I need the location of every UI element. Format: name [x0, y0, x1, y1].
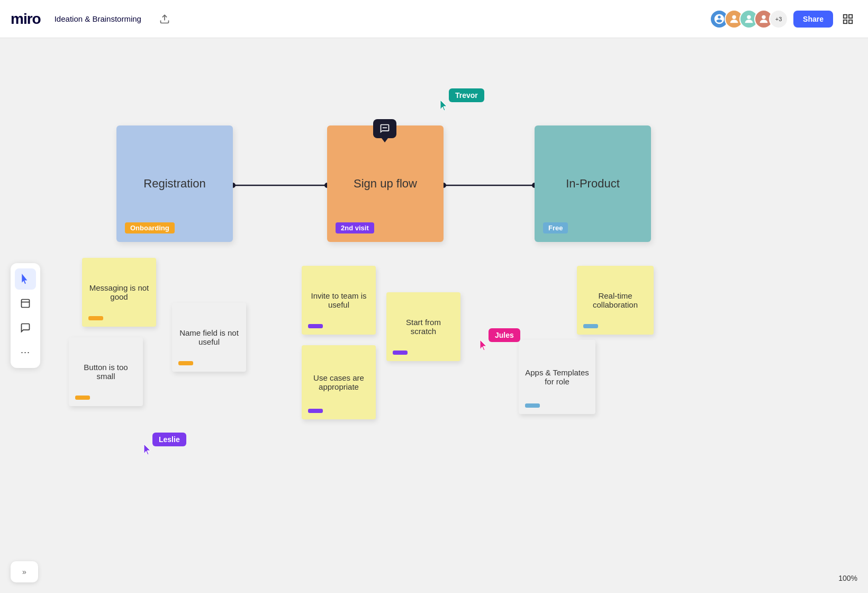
canvas[interactable]: ··· Registration Onboarding Sign up flow…: [0, 38, 868, 593]
badge-onboarding: Onboarding: [125, 222, 175, 233]
cursor-label-jules: Jules: [489, 328, 520, 342]
flow-card-registration[interactable]: Registration Onboarding: [116, 125, 233, 242]
chat-bubble-icon[interactable]: [373, 119, 396, 138]
sticky-note-tool[interactable]: [15, 293, 36, 314]
flow-card-inproduct[interactable]: In-Product Free: [535, 125, 651, 242]
sticky-use-cases[interactable]: Use cases are appropriate: [302, 345, 376, 419]
flow-card-label: In-Product: [566, 177, 620, 191]
sticky-text: Button is too small: [75, 363, 137, 381]
svg-rect-5: [849, 14, 852, 17]
sticky-start-scratch[interactable]: Start from scratch: [386, 292, 460, 361]
sticky-text: Real-time collaboration: [583, 291, 647, 309]
sticky-invite[interactable]: Invite to team is useful: [302, 266, 376, 335]
sticky-tag: [88, 316, 103, 320]
flow-card-label: Registration: [143, 177, 205, 191]
sticky-text: Apps & Templates for role: [525, 368, 589, 386]
flow-card-label: Sign up flow: [354, 177, 417, 191]
sticky-text: Invite to team is useful: [308, 291, 369, 309]
svg-rect-7: [844, 20, 847, 23]
cursor-label-leslie: Leslie: [152, 433, 186, 446]
sticky-text: Messaging is not good: [88, 283, 150, 301]
sticky-tag: [308, 409, 323, 413]
sticky-tag: [75, 396, 90, 400]
menu-icon[interactable]: [838, 10, 857, 29]
sticky-realtime[interactable]: Real-time collaboration: [577, 266, 654, 335]
sticky-tag: [308, 324, 323, 328]
cursor-label-trevor: Trevor: [449, 88, 484, 102]
flow-card-signup[interactable]: Sign up flow 2nd visit: [327, 125, 444, 242]
zoom-label: 100%: [838, 574, 857, 582]
sticky-apps-templates[interactable]: Apps & Templates for role: [519, 340, 595, 414]
upload-button[interactable]: [155, 10, 174, 29]
sticky-tag: [583, 324, 598, 328]
share-button[interactable]: Share: [793, 11, 833, 28]
sticky-text: Use cases are appropriate: [308, 373, 369, 391]
svg-point-1: [732, 15, 736, 19]
expand-button[interactable]: »: [11, 561, 38, 582]
svg-rect-6: [849, 20, 852, 23]
board-title[interactable]: Ideation & Brainstorming: [49, 11, 147, 26]
badge-2ndvisit: 2nd visit: [336, 222, 374, 233]
sticky-tag: [393, 351, 408, 355]
svg-rect-4: [844, 14, 847, 17]
sticky-tag: [178, 361, 193, 365]
svg-point-3: [762, 15, 765, 19]
sticky-messaging[interactable]: Messaging is not good: [82, 258, 156, 327]
left-toolbar: ···: [11, 263, 40, 368]
avatar-overflow[interactable]: +3: [769, 10, 788, 29]
svg-rect-8: [22, 300, 30, 308]
header-bar: miro Ideation & Brainstorming +3 Share: [0, 0, 868, 38]
badge-free: Free: [543, 222, 568, 233]
comment-tool[interactable]: [15, 317, 36, 338]
cursor-tool[interactable]: [15, 268, 36, 290]
more-tools[interactable]: ···: [15, 342, 36, 363]
sticky-tag: [525, 403, 540, 408]
sticky-text: Name field is not useful: [178, 328, 240, 346]
miro-logo: miro: [11, 11, 41, 28]
avatar-group: +3: [710, 10, 788, 29]
sticky-button-small[interactable]: Button is too small: [69, 337, 143, 406]
sticky-text: Start from scratch: [393, 318, 454, 336]
sticky-namefield[interactable]: Name field is not useful: [172, 303, 246, 372]
svg-point-2: [747, 15, 751, 19]
header-right: +3 Share: [710, 10, 857, 29]
